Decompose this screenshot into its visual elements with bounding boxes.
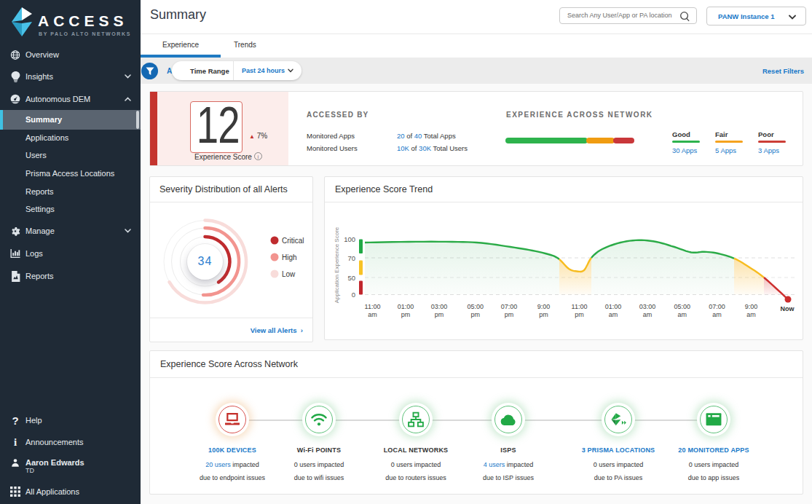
svg-text:Now: Now	[781, 305, 795, 312]
svg-text:07:00: 07:00	[501, 303, 518, 310]
svg-text:03:00: 03:00	[639, 303, 656, 310]
svg-text:9:00: 9:00	[537, 303, 551, 310]
svg-text:01:00: 01:00	[605, 303, 622, 310]
svg-text:0: 0	[352, 291, 355, 299]
svg-text:pm: pm	[539, 311, 548, 318]
svg-text:11:00: 11:00	[365, 303, 381, 310]
svg-text:BY PALO ALTO NETWORKS: BY PALO ALTO NETWORKS	[39, 31, 131, 36]
svg-text:Critical: Critical	[282, 237, 304, 245]
svg-text:Low: Low	[282, 270, 296, 278]
svg-text:50: 50	[347, 274, 355, 282]
svg-text:am: am	[678, 311, 687, 318]
svg-text:High: High	[282, 253, 297, 261]
svg-text:pm: pm	[505, 311, 514, 318]
svg-text:01:00: 01:00	[398, 303, 414, 310]
svg-text:Application Experience Score: Application Experience Score	[334, 227, 340, 303]
svg-text:pm: pm	[470, 311, 480, 318]
svg-text:am: am	[746, 311, 756, 318]
svg-text:am: am	[712, 311, 722, 318]
svg-text:pm: pm	[401, 311, 411, 318]
svg-text:am: am	[368, 311, 377, 318]
svg-text:am: am	[609, 311, 618, 318]
svg-text:am: am	[643, 311, 653, 318]
svg-text:pm: pm	[435, 311, 444, 318]
svg-text:pm: pm	[575, 311, 584, 318]
svg-text:03:00: 03:00	[431, 303, 448, 310]
svg-text:70: 70	[347, 254, 355, 262]
svg-text:07:00: 07:00	[709, 303, 725, 310]
svg-text:ACCESS: ACCESS	[38, 12, 128, 29]
svg-text:100: 100	[344, 235, 355, 243]
svg-text:9:00: 9:00	[745, 303, 758, 310]
svg-text:11:00: 11:00	[572, 303, 588, 310]
svg-text:05:00: 05:00	[674, 303, 691, 310]
svg-text:05:00: 05:00	[467, 303, 484, 310]
